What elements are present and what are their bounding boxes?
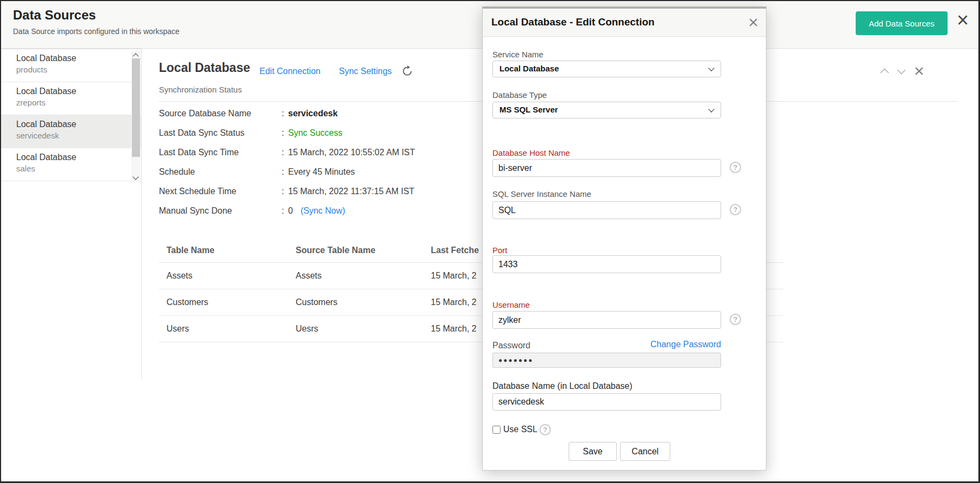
- database-type-selected-value: MS SQL Server: [499, 105, 558, 114]
- database-host-name-input[interactable]: [492, 159, 721, 177]
- detail-label: Manual Sync Done: [159, 205, 282, 217]
- database-name-label: Database Name (in Local Database): [492, 381, 632, 391]
- chevron-down-icon: [708, 65, 714, 71]
- detail-source-database-name: Source Database Name:servicedesk: [159, 108, 415, 120]
- service-name-select[interactable]: Local Database: [492, 61, 721, 77]
- detail-manual-sync-done: Manual Sync Done:0(Sync Now): [159, 205, 415, 217]
- detail-label: Schedule: [159, 166, 282, 178]
- port-label: Port: [492, 246, 508, 255]
- detail-label: Last Data Sync Time: [159, 147, 282, 158]
- ssl-help-icon[interactable]: ?: [539, 424, 551, 435]
- change-password-link[interactable]: Change Password: [650, 340, 721, 349]
- pane-close-icon[interactable]: ×: [914, 61, 924, 81]
- cell-table-name: Users: [159, 316, 288, 342]
- database-type-label: Database Type: [492, 90, 547, 100]
- database-type-select[interactable]: MS SQL Server: [492, 102, 721, 118]
- cell-table-name: Customers: [159, 289, 288, 316]
- sync-status-details: Source Database Name:servicedesk Last Da…: [159, 108, 415, 224]
- database-host-name-label: Database Host Name: [492, 148, 570, 157]
- cell-source-table-name: Customers: [288, 289, 423, 316]
- username-label: Username: [492, 300, 530, 309]
- host-help-icon[interactable]: ?: [730, 162, 741, 173]
- password-label: Password: [492, 341, 530, 350]
- sidebar-item-title: Local Database: [16, 153, 141, 162]
- cell-source-table-name: Uesrs: [288, 316, 423, 342]
- username-help-icon[interactable]: ?: [730, 314, 741, 325]
- page-title: Data Sources: [13, 8, 96, 23]
- data-sources-page: Data Sources Data Source imports configu…: [0, 0, 980, 483]
- scrollbar-thumb[interactable]: [132, 58, 140, 157]
- detail-colon: :: [282, 147, 288, 158]
- detail-label: Source Database Name: [159, 108, 282, 120]
- detail-schedule: Schedule:Every 45 Minutes: [159, 166, 415, 178]
- previous-datasource-icon[interactable]: [881, 69, 889, 77]
- detail-value: 15 March, 2022 10:55:02 AM IST: [288, 148, 415, 157]
- detail-value: 0: [288, 206, 293, 215]
- scroll-down-icon[interactable]: [132, 174, 138, 180]
- detail-colon: :: [282, 127, 288, 139]
- sidebar-item-title: Local Database: [16, 87, 141, 96]
- username-input[interactable]: [492, 311, 721, 329]
- sidebar-item-subtitle: servicedesk: [16, 131, 141, 140]
- sql-instance-name-label: SQL Server Instance Name: [492, 189, 591, 199]
- detail-colon: :: [282, 108, 288, 120]
- detail-value: 15 March, 2022 11:37:15 AM IST: [288, 187, 415, 196]
- col-source-table-name: Source Table Name: [288, 239, 423, 263]
- detail-label: Next Schedule Time: [159, 186, 282, 197]
- edit-connection-link[interactable]: Edit Connection: [259, 67, 321, 76]
- detail-colon: :: [282, 186, 288, 197]
- sidebar-item-title: Local Database: [16, 54, 141, 63]
- detail-next-schedule-time: Next Schedule Time:15 March, 2022 11:37:…: [159, 186, 415, 197]
- add-data-sources-button[interactable]: Add Data Sources: [856, 11, 948, 35]
- pane-controls: ×: [881, 64, 932, 78]
- col-table-name: Table Name: [159, 239, 288, 263]
- edit-connection-modal: Local Database - Edit Connection × Servi…: [482, 6, 766, 471]
- datasource-heading: Local Database: [159, 61, 250, 75]
- sync-status-section-label: Synchronization Status: [159, 85, 242, 94]
- page-close-icon[interactable]: ×: [957, 10, 969, 30]
- database-name-input[interactable]: [492, 393, 721, 411]
- sidebar-item-subtitle: products: [16, 65, 141, 74]
- page-subtitle: Data Source imports configured in this w…: [13, 27, 179, 36]
- detail-label: Last Data Sync Status: [159, 127, 282, 139]
- modal-header: Local Database - Edit Connection ×: [483, 9, 766, 37]
- sidebar-item-title: Local Database: [16, 120, 141, 129]
- next-datasource-icon[interactable]: [897, 66, 906, 75]
- detail-colon: :: [282, 166, 288, 178]
- sidebar-item-sales[interactable]: Local Database sales: [1, 148, 141, 181]
- modal-close-icon[interactable]: ×: [748, 12, 758, 32]
- cancel-button[interactable]: Cancel: [620, 442, 670, 461]
- port-input[interactable]: [492, 255, 721, 273]
- modal-title: Local Database - Edit Connection: [491, 16, 655, 28]
- use-ssl-checkbox[interactable]: [492, 426, 501, 434]
- detail-value: servicedesk: [288, 109, 338, 118]
- sync-settings-link[interactable]: Sync Settings: [339, 67, 392, 76]
- sidebar-item-products[interactable]: Local Database products: [1, 49, 141, 82]
- service-name-selected-value: Local Database: [499, 64, 559, 73]
- sidebar-item-subtitle: zreports: [16, 98, 141, 107]
- detail-colon: :: [282, 205, 288, 217]
- sidebar-divider: [141, 49, 142, 380]
- password-input[interactable]: [492, 353, 721, 368]
- sync-status-value: Sync Success: [288, 128, 342, 137]
- detail-last-sync-status: Last Data Sync Status:Sync Success: [159, 127, 415, 139]
- service-name-label: Service Name: [492, 50, 543, 59]
- detail-last-sync-time: Last Data Sync Time:15 March, 2022 10:55…: [159, 147, 415, 158]
- sync-now-link[interactable]: (Sync Now): [301, 206, 345, 215]
- save-button[interactable]: Save: [569, 442, 617, 461]
- instance-help-icon[interactable]: ?: [730, 204, 741, 215]
- cell-source-table-name: Assets: [288, 263, 423, 289]
- sql-instance-name-input[interactable]: [492, 201, 721, 219]
- detail-value: Every 45 Minutes: [288, 167, 355, 176]
- sidebar-scrollbar[interactable]: [131, 51, 141, 182]
- sidebar-item-servicedesk[interactable]: Local Database servicedesk: [1, 115, 141, 148]
- chevron-down-icon: [708, 106, 714, 112]
- datasource-list: Local Database products Local Database z…: [1, 49, 141, 181]
- use-ssl-label: Use SSL: [503, 425, 537, 434]
- refresh-icon[interactable]: [401, 65, 414, 80]
- sidebar-item-zreports[interactable]: Local Database zreports: [1, 82, 141, 115]
- cell-table-name: Assets: [159, 263, 288, 289]
- sidebar-item-subtitle: sales: [16, 164, 141, 173]
